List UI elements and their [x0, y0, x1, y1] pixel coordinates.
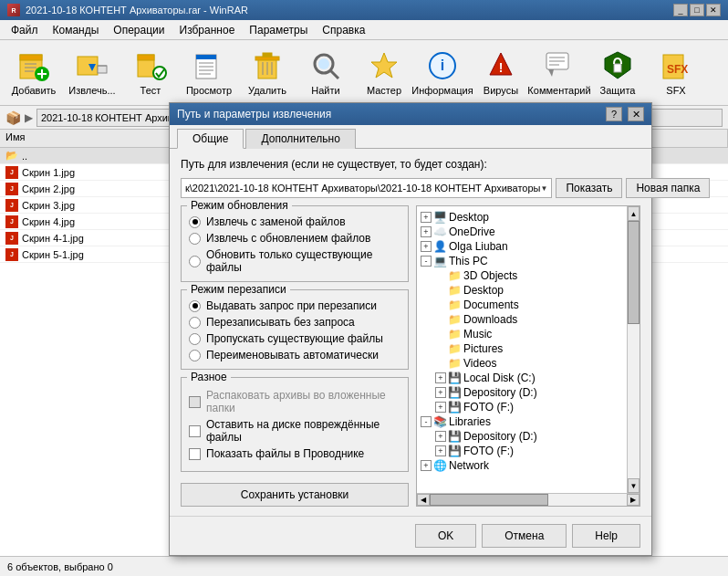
tree-item-desktop-top[interactable]: + 🖥️ Desktop	[417, 210, 627, 225]
expand-local-disk[interactable]: +	[435, 372, 446, 383]
expand-downloads	[435, 314, 446, 325]
tree-item-videos[interactable]: 📁 Videos	[417, 356, 627, 371]
tree-item-foto-f[interactable]: + 💾 FOTO (F:)	[417, 400, 627, 414]
drive-icon-lib-f: 💾	[448, 445, 462, 457]
tab-advanced[interactable]: Дополнительно	[245, 129, 355, 149]
tree-view[interactable]: + 🖥️ Desktop + ☁️ OneDrive	[417, 206, 627, 493]
tree-item-downloads[interactable]: 📁 Downloads	[417, 312, 627, 327]
tree-label-music: Music	[463, 328, 492, 340]
dialog-two-col: Режим обновления Извлечь с заменой файло…	[181, 205, 640, 507]
expand-lib-foto[interactable]: +	[435, 445, 446, 456]
scroll-thumb[interactable]	[628, 221, 640, 324]
help-button[interactable]: Help	[572, 524, 640, 548]
expand-depository-d[interactable]: +	[435, 387, 446, 398]
tree-item-depository-d[interactable]: + 💾 Depository (D:)	[417, 385, 627, 400]
scroll-track	[628, 221, 640, 478]
expand-videos	[435, 358, 446, 369]
onedrive-icon: ☁️	[433, 225, 447, 238]
ok-button[interactable]: OK	[415, 524, 476, 548]
tree-label-depository-d: Depository (D:)	[463, 386, 537, 399]
scroll-right[interactable]: ▶	[627, 494, 640, 506]
tree-item-music[interactable]: 📁 Music	[417, 327, 627, 341]
tree-item-user[interactable]: + 👤 Olga Liuban	[417, 239, 627, 254]
misc-options: Распаковать архивы во вложенные папки Ос…	[189, 389, 400, 460]
tab-general[interactable]: Общие	[177, 129, 244, 149]
tree-item-this-pc[interactable]: - 💻 This PC	[417, 254, 627, 268]
radio-dot-no-ask	[189, 317, 201, 329]
checkbox-damaged[interactable]: Оставить на диске повреждённые файлы	[189, 418, 400, 444]
drive-icon-c: 💾	[448, 372, 462, 384]
radio-update[interactable]: Извлечь с обновлением файлов	[189, 232, 400, 245]
radio-rename[interactable]: Переименовывать автоматически	[189, 349, 400, 361]
tree-item-onedrive[interactable]: + ☁️ OneDrive	[417, 225, 627, 239]
expand-foto-f[interactable]: +	[435, 402, 446, 413]
folder-icon-3d: 📁	[448, 269, 462, 282]
hscroll-thumb[interactable]	[430, 494, 548, 506]
expand-network[interactable]: +	[421, 460, 432, 471]
path-for-extract-label: Путь для извлечения (если не существует,…	[181, 158, 640, 171]
path-combo-arrow: ▼	[540, 184, 547, 193]
radio-replace[interactable]: Извлечь с заменой файлов	[189, 215, 400, 228]
dialog-overlay: Путь и параметры извлечения ? ✕ Общие До…	[0, 0, 728, 576]
misc-title: Разное	[187, 371, 231, 383]
update-mode-options: Извлечь с заменой файлов Извлечь с обнов…	[189, 215, 400, 274]
dialog-help-button[interactable]: ?	[606, 107, 622, 121]
tree-label-lib-foto: FOTO (F:)	[463, 445, 514, 457]
expand-libraries[interactable]: -	[421, 416, 432, 427]
tree-scrollbar[interactable]: ▲ ▼	[627, 206, 640, 493]
radio-dot-rename	[189, 350, 201, 361]
tree-label-videos: Videos	[463, 357, 496, 370]
checkbox-nested[interactable]: Распаковать архивы во вложенные папки	[189, 389, 400, 414]
scroll-up[interactable]: ▲	[628, 206, 640, 221]
folder-icon-desktop: 📁	[448, 284, 462, 297]
expand-desktop-top[interactable]: +	[421, 212, 432, 223]
tree-item-3d[interactable]: 📁 3D Objects	[417, 268, 627, 283]
drive-icon-d: 💾	[448, 386, 462, 399]
radio-dot-ask	[189, 300, 201, 312]
radio-dot-skip	[189, 333, 201, 345]
new-folder-button[interactable]: Новая папка	[626, 178, 710, 198]
folder-icon-downloads: 📁	[448, 313, 462, 326]
radio-skip[interactable]: Пропускать существующие файлы	[189, 332, 400, 345]
dialog-close-button[interactable]: ✕	[628, 107, 644, 121]
tree-item-network[interactable]: + 🌐 Network	[417, 458, 627, 473]
tree-item-documents[interactable]: 📁 Documents	[417, 298, 627, 312]
checkbox-nested-box	[189, 396, 201, 408]
update-mode-group: Режим обновления Извлечь с заменой файло…	[181, 205, 409, 282]
tree-label-user: Olga Liuban	[449, 240, 508, 253]
expand-documents	[435, 299, 446, 310]
expand-onedrive[interactable]: +	[421, 226, 432, 237]
tree-hscrollbar[interactable]: ◀ ▶	[417, 493, 640, 506]
tree-panel: + 🖥️ Desktop + ☁️ OneDrive	[416, 205, 640, 507]
expand-lib-depository[interactable]: +	[435, 431, 446, 442]
overwrite-mode-group: Режим перезаписи Выдавать запрос при пер…	[181, 289, 409, 370]
radio-no-ask[interactable]: Перезаписывать без запроса	[189, 316, 400, 329]
tree-item-lib-depository[interactable]: + 💾 Depository (D:)	[417, 429, 627, 444]
pc-icon: 💻	[433, 255, 447, 267]
expand-user[interactable]: +	[421, 241, 432, 252]
misc-group: Разное Распаковать архивы во вложенные п…	[181, 377, 409, 472]
tree-label-lib-depository: Depository (D:)	[463, 430, 537, 443]
overwrite-mode-options: Выдавать запрос при перезаписи Перезапис…	[189, 299, 400, 361]
scroll-down[interactable]: ▼	[628, 478, 640, 493]
checkbox-explorer[interactable]: Показать файлы в Проводнике	[189, 447, 400, 460]
tree-item-pictures[interactable]: 📁 Pictures	[417, 341, 627, 356]
show-button[interactable]: Показать	[556, 178, 622, 198]
tree-item-desktop-child[interactable]: 📁 Desktop	[417, 283, 627, 298]
overwrite-mode-title: Режим перезаписи	[187, 283, 290, 296]
radio-existing[interactable]: Обновить только существующие файлы	[189, 248, 400, 274]
cancel-button[interactable]: Отмена	[482, 524, 567, 548]
scroll-left[interactable]: ◀	[417, 494, 430, 506]
user-icon: 👤	[433, 240, 447, 253]
expand-this-pc[interactable]: -	[421, 256, 432, 267]
radio-ask[interactable]: Выдавать запрос при перезаписи	[189, 299, 400, 312]
radio-dot-update	[189, 233, 201, 245]
dialog-buttons: OK Отмена Help	[170, 516, 651, 555]
tree-label-this-pc: This PC	[449, 255, 488, 267]
tree-item-libraries[interactable]: - 📚 Libraries	[417, 414, 627, 429]
tree-label-local-disk: Local Disk (C:)	[463, 372, 536, 384]
path-combo[interactable]: к\2021\2021-10-18 КОНТЕНТ Архиваторы\202…	[181, 178, 552, 198]
tree-item-lib-foto[interactable]: + 💾 FOTO (F:)	[417, 444, 627, 458]
save-settings-button[interactable]: Сохранить установки	[181, 483, 409, 507]
tree-item-local-disk[interactable]: + 💾 Local Disk (C:)	[417, 371, 627, 385]
